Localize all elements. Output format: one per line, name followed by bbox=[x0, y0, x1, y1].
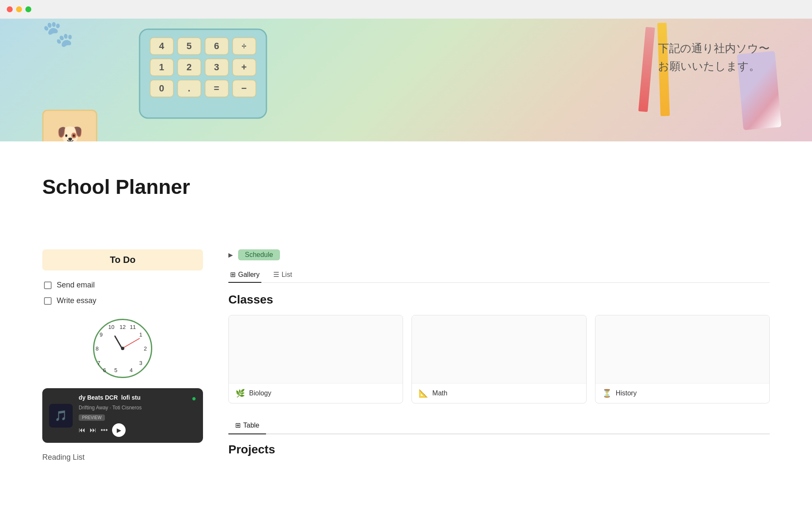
history-card-body bbox=[595, 315, 769, 383]
biology-name: Biology bbox=[249, 389, 271, 397]
banner-text: 下記の通り社内ソウ〜 お願いいたします。 bbox=[658, 40, 770, 75]
page: 4 5 6 ÷ 1 2 3 + 0 . = bbox=[0, 19, 812, 479]
table-tabs: ⊞ Table bbox=[228, 417, 770, 434]
svg-text:=: = bbox=[214, 83, 219, 94]
todo-section: To Do Send email Write essay bbox=[42, 249, 203, 309]
projects-title: Projects bbox=[228, 443, 770, 456]
svg-text:0: 0 bbox=[159, 83, 164, 94]
biology-card-footer: 🌿 Biology bbox=[229, 383, 403, 403]
biology-icon: 🌿 bbox=[236, 389, 245, 398]
tab-table[interactable]: ⊞ Table bbox=[228, 417, 266, 434]
pencil-red bbox=[638, 27, 655, 112]
todo-header: To Do bbox=[42, 249, 203, 271]
music-controls: ⏮ ⏭ ••• ▶ bbox=[79, 423, 196, 437]
svg-text:1: 1 bbox=[159, 62, 164, 72]
history-icon: ⏳ bbox=[602, 389, 612, 398]
math-icon: 📐 bbox=[419, 389, 428, 398]
math-card[interactable]: 📐 Math bbox=[411, 315, 586, 403]
clock-3: 3 bbox=[139, 359, 142, 366]
page-title: School Planner bbox=[0, 175, 812, 199]
classes-grid: 🌿 Biology 📐 Math bbox=[228, 315, 770, 403]
rewind-button[interactable]: ⏮ bbox=[79, 426, 85, 434]
back-button[interactable]: ⏭ bbox=[90, 426, 96, 434]
clock-4: 4 bbox=[129, 367, 132, 373]
clock-12: 12 bbox=[120, 324, 126, 330]
play-icon: ▶ bbox=[117, 427, 121, 433]
left-sidebar: To Do Send email Write essay 12 1 bbox=[42, 249, 203, 462]
music-subtitle: Drifting Away · Toti Cisneros bbox=[79, 405, 196, 411]
clock-10: 10 bbox=[108, 324, 114, 330]
music-player: 🎵 dy Beats DCR lofi stu ● Drifting Away … bbox=[42, 388, 203, 443]
clock-9: 9 bbox=[99, 331, 102, 337]
maximize-button[interactable] bbox=[25, 6, 31, 12]
todo-item-2: Write essay bbox=[42, 293, 203, 309]
avatar: 🐶 📋 bbox=[42, 110, 97, 141]
titlebar bbox=[0, 0, 812, 19]
play-button[interactable]: ▶ bbox=[112, 423, 126, 437]
music-title-row: dy Beats DCR lofi stu ● bbox=[79, 394, 196, 403]
svg-text:+: + bbox=[241, 62, 247, 72]
music-title: dy Beats DCR lofi stu bbox=[79, 394, 140, 401]
reading-list-label: Reading List bbox=[42, 453, 203, 462]
list-icon: ☰ bbox=[273, 271, 279, 279]
view-tabs: ⊞ Gallery ☰ List bbox=[228, 267, 770, 283]
content-area: To Do Send email Write essay 12 1 bbox=[0, 215, 812, 479]
music-info: dy Beats DCR lofi stu ● Drifting Away · … bbox=[79, 394, 196, 437]
math-name: Math bbox=[432, 389, 447, 397]
preview-badge: PREVIEW bbox=[79, 414, 105, 421]
clock-face: 12 1 2 3 4 5 6 7 8 9 10 11 bbox=[94, 320, 151, 377]
spotify-icon: ● bbox=[192, 394, 196, 403]
tab-list-label: List bbox=[282, 271, 292, 279]
schedule-toggle[interactable]: ▶ bbox=[228, 251, 233, 258]
todo-checkbox-1[interactable] bbox=[44, 282, 52, 289]
analog-clock: 12 1 2 3 4 5 6 7 8 9 10 11 bbox=[93, 319, 152, 378]
svg-text:5: 5 bbox=[187, 41, 192, 51]
svg-text:−: − bbox=[241, 83, 247, 94]
main-content: ▶ Schedule ⊞ Gallery ☰ List Classes bbox=[228, 249, 770, 462]
minute-hand bbox=[122, 338, 140, 349]
history-name: History bbox=[616, 389, 637, 397]
todo-item-1: Send email bbox=[42, 277, 203, 293]
clock-6: 6 bbox=[103, 367, 106, 373]
math-card-body bbox=[412, 315, 586, 383]
clock-center bbox=[121, 347, 124, 350]
math-card-footer: 📐 Math bbox=[412, 383, 586, 403]
tab-list[interactable]: ☰ List bbox=[272, 267, 294, 283]
more-button[interactable]: ••• bbox=[101, 426, 108, 434]
schedule-row: ▶ Schedule bbox=[228, 249, 770, 260]
clock-5: 5 bbox=[114, 367, 117, 373]
history-card-footer: ⏳ History bbox=[595, 383, 769, 403]
tab-gallery[interactable]: ⊞ Gallery bbox=[228, 267, 261, 283]
svg-text:4: 4 bbox=[159, 41, 165, 51]
hero-banner: 4 5 6 ÷ 1 2 3 + 0 . = bbox=[0, 19, 812, 141]
svg-text:6: 6 bbox=[214, 41, 219, 51]
schedule-badge[interactable]: Schedule bbox=[238, 249, 280, 260]
history-card[interactable]: ⏳ History bbox=[595, 315, 770, 403]
clock-1: 1 bbox=[139, 331, 142, 337]
tab-gallery-label: Gallery bbox=[238, 271, 260, 279]
calculator-svg: 4 5 6 ÷ 1 2 3 + 0 . = bbox=[127, 25, 296, 127]
tab-table-label: Table bbox=[243, 422, 259, 429]
svg-text:3: 3 bbox=[214, 62, 219, 72]
close-button[interactable] bbox=[7, 6, 13, 12]
clock-container: 12 1 2 3 4 5 6 7 8 9 10 11 bbox=[42, 319, 203, 378]
music-thumbnail: 🎵 bbox=[49, 404, 73, 428]
avatar-emoji: 🐶 bbox=[57, 123, 83, 141]
svg-text:2: 2 bbox=[187, 62, 192, 72]
biology-card[interactable]: 🌿 Biology bbox=[228, 315, 403, 403]
todo-checkbox-2[interactable] bbox=[44, 297, 52, 305]
classes-section: Classes 🌿 Biology 📐 bbox=[228, 293, 770, 403]
todo-label-1: Send email bbox=[57, 281, 95, 290]
clock-8: 8 bbox=[96, 345, 99, 352]
todo-label-2: Write essay bbox=[57, 296, 96, 305]
classes-title: Classes bbox=[228, 293, 770, 306]
music-thumbnail-emoji: 🎵 bbox=[55, 410, 67, 422]
clock-11: 11 bbox=[130, 324, 136, 330]
clock-2: 2 bbox=[144, 345, 147, 352]
clock-7: 7 bbox=[97, 359, 100, 366]
table-icon: ⊞ bbox=[235, 421, 241, 429]
gallery-icon: ⊞ bbox=[230, 271, 236, 279]
svg-text:.: . bbox=[188, 83, 190, 94]
character-decoration: 🐾 bbox=[42, 19, 74, 49]
minimize-button[interactable] bbox=[16, 6, 22, 12]
